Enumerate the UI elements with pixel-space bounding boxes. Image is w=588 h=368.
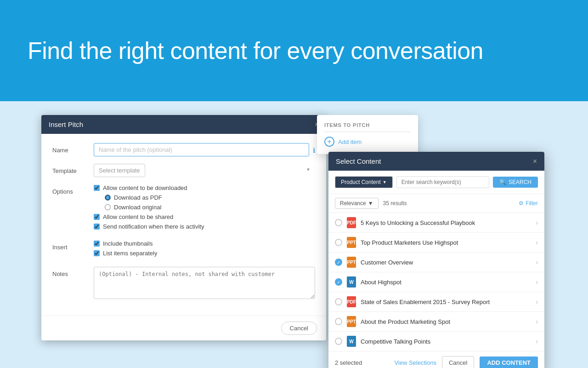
- option-send-notification: Send notification when there is activity: [94, 223, 315, 230]
- radio-download-original[interactable]: [105, 204, 111, 210]
- list-item[interactable]: WCompetitive Talking Points›: [328, 332, 544, 351]
- relevance-sort-button[interactable]: Relevance ▼: [335, 198, 379, 209]
- sc-search-bar: Product Content ▼ 🔍 SEARCH: [328, 171, 544, 194]
- checkbox-list-items[interactable]: [94, 250, 100, 256]
- item-name: About the Product Marketing Spot: [361, 318, 531, 325]
- modal-title: Insert Pitch: [49, 121, 83, 128]
- filter-link[interactable]: ⚙ Filter: [519, 200, 538, 207]
- add-content-button[interactable]: ADD CONTENT: [480, 356, 538, 368]
- option-allow-download: Allow content to be downloaded: [94, 184, 315, 191]
- item-checkbox[interactable]: [335, 278, 342, 286]
- expand-icon[interactable]: ›: [536, 318, 538, 325]
- items-panel-title: ITEMS TO PITCH: [324, 122, 411, 132]
- item-name: Competitive Talking Points: [361, 338, 531, 345]
- select-content-modal: Select Content × Product Content ▼ 🔍 SEA…: [328, 152, 544, 368]
- word-icon: W: [347, 336, 356, 347]
- sc-search-input[interactable]: [396, 176, 489, 188]
- content-area: Insert Pitch × Name ℹ Template Select te…: [0, 101, 588, 368]
- expand-icon[interactable]: ›: [536, 219, 538, 226]
- relevance-label: Relevance: [340, 200, 366, 207]
- item-checkbox[interactable]: [335, 338, 342, 345]
- radio-download-pdf[interactable]: [105, 195, 111, 201]
- notes-textarea[interactable]: [94, 267, 315, 299]
- add-item-button[interactable]: + Add item: [324, 137, 362, 147]
- list-item[interactable]: PDF5 Keys to Unlocking a Successful Play…: [328, 213, 544, 233]
- notes-row: Notes: [52, 267, 315, 299]
- pdf-icon: PDF: [347, 296, 356, 307]
- item-name: Top Product Marketers Use Highspot: [361, 239, 531, 246]
- item-checkbox[interactable]: [335, 318, 342, 325]
- checkbox-send-notification[interactable]: [94, 224, 100, 230]
- item-checkbox[interactable]: [335, 239, 342, 246]
- option-include-thumbnails-label: Include thumbnails: [103, 240, 153, 247]
- options-label: Options: [52, 184, 94, 195]
- sc-search-button[interactable]: 🔍 SEARCH: [493, 177, 538, 188]
- name-row: Name ℹ: [52, 143, 315, 156]
- option-include-thumbnails: Include thumbnails: [94, 240, 315, 247]
- insert-row: Insert Include thumbnails List items sep…: [52, 240, 315, 259]
- ppt-icon: PPT: [347, 316, 356, 327]
- product-content-filter-button[interactable]: Product Content ▼: [335, 176, 393, 188]
- filter-btn-label: Product Content: [341, 179, 381, 185]
- list-item[interactable]: WAbout Highspot›: [328, 272, 544, 292]
- expand-icon[interactable]: ›: [536, 259, 538, 266]
- word-icon: W: [347, 276, 356, 288]
- name-input[interactable]: [94, 143, 309, 156]
- expand-icon[interactable]: ›: [536, 298, 538, 305]
- filter-btn-arrow-icon: ▼: [383, 180, 387, 184]
- search-icon: 🔍: [499, 179, 506, 185]
- cancel-button[interactable]: Cancel: [281, 322, 317, 335]
- hero-title: Find the right content for every convers…: [28, 37, 483, 64]
- option-list-items-label: List items separately: [103, 250, 158, 257]
- insert-pitch-modal: Insert Pitch × Name ℹ Template Select te…: [41, 115, 326, 340]
- filter-funnel-icon: ⚙: [519, 200, 524, 207]
- notes-label: Notes: [52, 267, 94, 277]
- hero-banner: Find the right content for every convers…: [0, 0, 588, 101]
- checkbox-include-thumbnails[interactable]: [94, 241, 100, 247]
- sc-content-list: PDF5 Keys to Unlocking a Successful Play…: [328, 213, 544, 351]
- list-item[interactable]: PPTCustomer Overview›: [328, 253, 544, 272]
- options-row: Options Allow content to be downloaded D…: [52, 184, 315, 233]
- item-checkbox[interactable]: [335, 219, 342, 226]
- list-item[interactable]: PPTTop Product Marketers Use Highspot›: [328, 233, 544, 253]
- option-allow-download-label: Allow content to be downloaded: [103, 184, 187, 191]
- insert-label: Insert: [52, 240, 94, 251]
- search-btn-label: SEARCH: [509, 179, 531, 185]
- option-download-pdf: Download as PDF: [105, 194, 315, 201]
- template-label: Template: [52, 164, 94, 174]
- sc-title: Select Content: [336, 157, 381, 165]
- modal-footer: Cancel: [41, 316, 326, 340]
- list-item[interactable]: PPTAbout the Product Marketing Spot›: [328, 312, 544, 332]
- option-send-notification-label: Send notification when there is activity: [103, 223, 204, 230]
- sc-toolbar: Relevance ▼ 35 results ⚙ Filter: [328, 194, 544, 213]
- results-count: 35 results: [383, 200, 514, 207]
- info-icon: ℹ: [313, 143, 315, 154]
- sc-header: Select Content ×: [328, 152, 544, 171]
- item-checkbox[interactable]: [335, 298, 342, 305]
- checkbox-allow-shared[interactable]: [94, 214, 100, 220]
- add-item-label: Add item: [338, 138, 362, 145]
- expand-icon[interactable]: ›: [536, 239, 538, 246]
- items-to-pitch-panel: ITEMS TO PITCH + Add item: [317, 115, 418, 154]
- option-allow-shared: Allow content to be shared: [94, 213, 315, 220]
- option-allow-shared-label: Allow content to be shared: [103, 213, 173, 220]
- view-selections-button[interactable]: View Selections: [394, 359, 436, 366]
- item-checkbox[interactable]: [335, 259, 342, 266]
- modal-header: Insert Pitch ×: [41, 115, 326, 134]
- template-select-wrapper: Select template: [94, 164, 315, 177]
- sc-footer: 2 selected View Selections Cancel ADD CO…: [328, 351, 544, 368]
- expand-icon[interactable]: ›: [536, 338, 538, 345]
- template-select[interactable]: Select template: [94, 164, 145, 177]
- expand-icon[interactable]: ›: [536, 278, 538, 286]
- sub-options: Download as PDF Download original: [105, 194, 315, 211]
- sc-close-button[interactable]: ×: [533, 158, 537, 165]
- option-download-original: Download original: [105, 204, 315, 211]
- checkbox-allow-download[interactable]: [94, 185, 100, 191]
- option-download-original-label: Download original: [114, 204, 161, 211]
- list-item[interactable]: PDFState of Sales Enablement 2015 - Surv…: [328, 292, 544, 312]
- name-label: Name: [52, 143, 94, 154]
- insert-options-group: Include thumbnails List items separately: [94, 240, 315, 259]
- option-list-items: List items separately: [94, 250, 315, 257]
- ppt-icon: PPT: [347, 237, 356, 248]
- sc-cancel-button[interactable]: Cancel: [442, 356, 474, 368]
